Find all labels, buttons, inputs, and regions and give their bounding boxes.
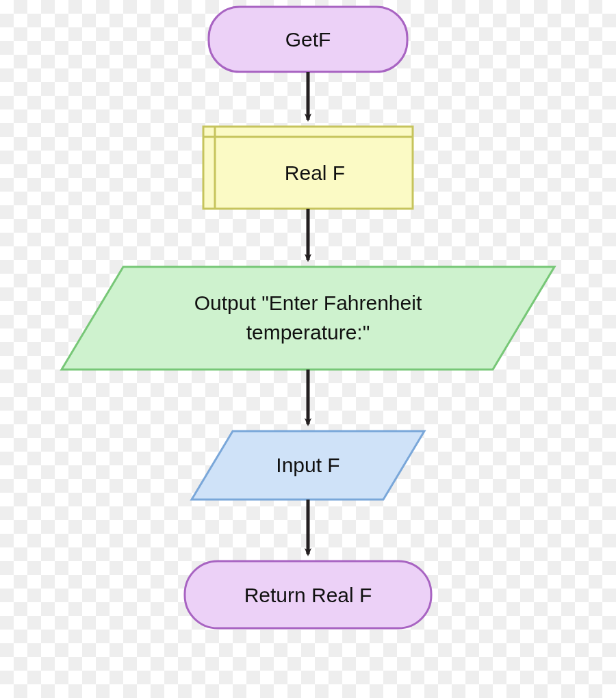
node-declare-label: Real F [285,161,345,184]
node-input-label: Input F [276,454,339,476]
flowchart-canvas: GetF Real F Output "Enter Fahrenheit tem… [0,0,616,698]
node-return-label: Return Real F [244,584,372,606]
node-output: Output "Enter Fahrenheit temperature:" [62,267,554,370]
node-output-line2: temperature:" [246,321,370,344]
node-return: Return Real F [185,561,431,628]
svg-marker-4 [62,267,554,370]
flowchart-svg: GetF Real F Output "Enter Fahrenheit tem… [0,0,616,698]
node-start-label: GetF [285,28,331,51]
node-declare: Real F [203,127,413,209]
node-output-line1: Output "Enter Fahrenheit [194,292,422,314]
node-start: GetF [209,7,407,72]
node-input: Input F [192,431,424,500]
